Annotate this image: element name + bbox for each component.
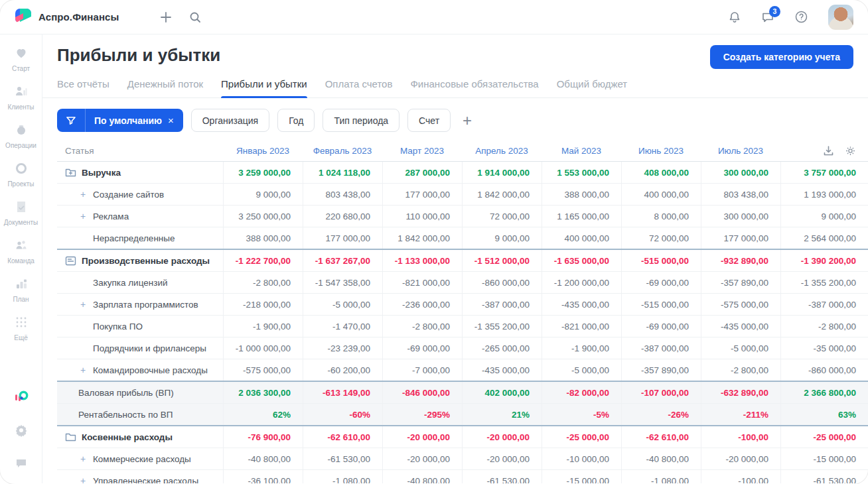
value-cell[interactable]: 388 000,00 — [223, 227, 303, 249]
value-cell[interactable]: -821 000,00 — [382, 272, 462, 293]
value-cell[interactable]: 21% — [462, 404, 542, 425]
column-header-month[interactable]: Май 2023 — [542, 140, 621, 161]
value-cell[interactable]: -575 000,00 — [701, 294, 780, 315]
tab[interactable]: Общий бюджет — [557, 78, 628, 97]
value-cell[interactable]: -82 000,00 — [542, 382, 621, 403]
value-cell[interactable]: 1 024 118,00 — [303, 162, 382, 183]
value-cell[interactable]: -1 355 200,00 — [780, 272, 868, 293]
value-cell[interactable]: 1 553 000,00 — [542, 162, 621, 183]
value-cell[interactable]: -515 000,00 — [621, 250, 701, 271]
value-cell[interactable]: 400 000,00 — [542, 227, 621, 249]
expand-plus-icon[interactable]: + — [78, 299, 88, 310]
create-category-button[interactable]: Создать категорию учета — [710, 45, 853, 69]
value-cell[interactable]: 72 000,00 — [462, 206, 542, 227]
value-cell[interactable]: 9 000,00 — [462, 227, 542, 249]
value-cell[interactable]: 2 366 800,00 — [780, 382, 868, 403]
value-cell[interactable]: 803 438,00 — [303, 184, 382, 205]
chat-icon[interactable]: 3 — [761, 11, 774, 24]
value-cell[interactable]: 803 438,00 — [701, 184, 780, 205]
row-label-cell[interactable]: +Создание сайтов — [57, 184, 223, 205]
value-cell[interactable]: -10 000,00 — [542, 448, 621, 469]
value-cell[interactable]: -387 000,00 — [462, 294, 542, 315]
value-cell[interactable]: -61 530,00 — [780, 470, 868, 483]
row-label-cell[interactable]: +Коммерческие расходы — [57, 448, 223, 469]
tab[interactable]: Все отчёты — [57, 78, 109, 97]
help-icon[interactable] — [794, 10, 808, 24]
column-header-month[interactable]: Апрель 2023 — [462, 140, 542, 161]
value-cell[interactable]: -20 000,00 — [382, 426, 462, 448]
value-cell[interactable]: -25 000,00 — [542, 426, 621, 448]
row-label-cell[interactable]: Выручка — [57, 162, 223, 183]
value-cell[interactable]: 400 000,00 — [621, 184, 701, 205]
value-cell[interactable]: -515 000,00 — [621, 294, 701, 315]
row-label-cell[interactable]: +Управленческие расходы — [57, 470, 223, 483]
value-cell[interactable]: -2 800,00 — [701, 359, 780, 381]
value-cell[interactable]: -20 000,00 — [462, 448, 542, 469]
value-cell[interactable]: -5% — [542, 404, 621, 425]
value-cell[interactable]: -1 900,00 — [223, 316, 303, 337]
value-cell[interactable]: 3 250 000,00 — [223, 206, 303, 227]
value-cell[interactable]: 3 757 000,00 — [780, 162, 868, 183]
value-cell[interactable]: -1 390 200,00 — [780, 250, 868, 271]
value-cell[interactable]: -860 000,00 — [462, 272, 542, 293]
value-cell[interactable]: -35 000,00 — [780, 337, 868, 359]
row-label-cell[interactable]: Закупка лицензий — [57, 272, 223, 293]
value-cell[interactable]: -846 000,00 — [382, 382, 462, 403]
value-cell[interactable]: 300 000,00 — [701, 162, 780, 183]
filter-preset-close-icon[interactable]: × — [168, 115, 174, 126]
expand-plus-icon[interactable]: + — [78, 189, 88, 200]
value-cell[interactable]: 220 680,00 — [303, 206, 382, 227]
column-header-month[interactable]: Январь 2023 — [223, 140, 303, 161]
value-cell[interactable]: -575 000,00 — [223, 359, 303, 381]
value-cell[interactable]: -15 000,00 — [780, 448, 868, 469]
value-cell[interactable]: 110 000,00 — [382, 206, 462, 227]
filter-chip[interactable]: Счет — [407, 109, 451, 132]
value-cell[interactable]: -1 635 000,00 — [542, 250, 621, 271]
column-header-month[interactable]: Март 2023 — [382, 140, 462, 161]
value-cell[interactable]: -20 000,00 — [462, 426, 542, 448]
value-cell[interactable]: -60% — [303, 404, 382, 425]
value-cell[interactable]: -821 000,00 — [542, 316, 621, 337]
value-cell[interactable]: 8 000,00 — [621, 206, 701, 227]
filter-chip[interactable]: Тип периода — [323, 109, 399, 132]
value-cell[interactable]: -1 512 000,00 — [462, 250, 542, 271]
value-cell[interactable]: 62% — [223, 404, 303, 425]
value-cell[interactable]: -40 800,00 — [382, 470, 462, 483]
value-cell[interactable]: -60 200,00 — [303, 359, 382, 381]
value-cell[interactable]: -265 000,00 — [462, 337, 542, 359]
value-cell[interactable]: 287 000,00 — [382, 162, 462, 183]
value-cell[interactable]: -1 637 267,00 — [303, 250, 382, 271]
bell-icon[interactable] — [728, 11, 741, 24]
value-cell[interactable]: 177 000,00 — [303, 227, 382, 249]
value-cell[interactable]: -387 000,00 — [621, 337, 701, 359]
value-cell[interactable]: -7 000,00 — [382, 359, 462, 381]
value-cell[interactable]: -357 890,00 — [621, 359, 701, 381]
value-cell[interactable]: 63% — [780, 404, 868, 425]
sidebar-item-team[interactable]: Команда — [4, 239, 38, 265]
value-cell[interactable]: 9 000,00 — [780, 206, 868, 227]
value-cell[interactable]: -76 900,00 — [223, 426, 303, 448]
add-icon[interactable] — [160, 11, 172, 23]
value-cell[interactable]: -435 000,00 — [462, 359, 542, 381]
value-cell[interactable]: -25 000,00 — [780, 426, 868, 448]
value-cell[interactable]: 1 842 000,00 — [462, 184, 542, 205]
row-label-cell[interactable]: Покупка ПО — [57, 316, 223, 337]
value-cell[interactable]: 3 259 000,00 — [223, 162, 303, 183]
row-label-cell[interactable]: Валовая прибыль (ВП) — [57, 382, 223, 403]
value-cell[interactable]: -5 000,00 — [701, 337, 780, 359]
value-cell[interactable]: -632 890,00 — [701, 382, 780, 403]
add-filter-icon[interactable]: + — [463, 113, 472, 129]
value-cell[interactable]: -387 000,00 — [780, 294, 868, 315]
value-cell[interactable]: -1 222 700,00 — [223, 250, 303, 271]
brand-mark-icon[interactable] — [13, 388, 29, 406]
value-cell[interactable]: -211% — [701, 404, 780, 425]
row-label-cell[interactable]: +Командировочные расходы — [57, 359, 223, 381]
value-cell[interactable]: -1 900,00 — [542, 337, 621, 359]
value-cell[interactable]: -932 890,00 — [701, 250, 780, 271]
value-cell[interactable]: -15 000,00 — [542, 470, 621, 483]
value-cell[interactable]: -2 800,00 — [223, 272, 303, 293]
sidebar-item-projects[interactable]: Проекты — [4, 162, 38, 188]
value-cell[interactable]: 300 000,00 — [701, 206, 780, 227]
value-cell[interactable]: -435 000,00 — [701, 316, 780, 337]
tab[interactable]: Денежный поток — [127, 78, 203, 97]
